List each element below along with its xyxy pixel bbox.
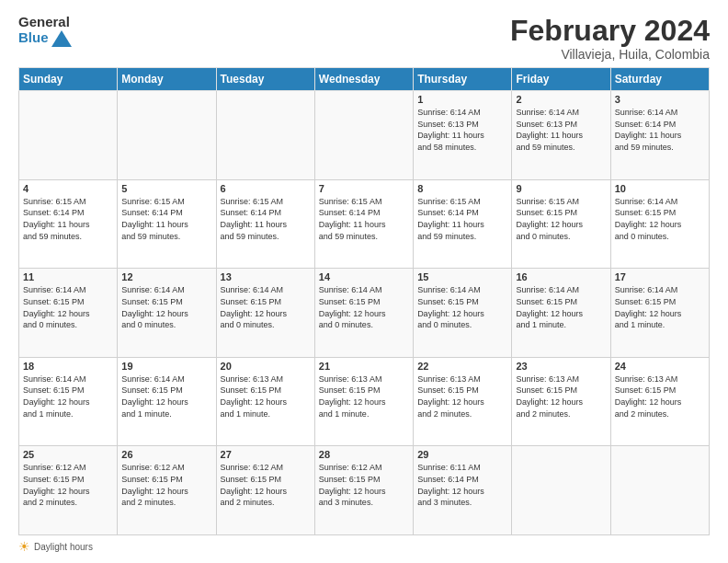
sun-icon: ☀	[18, 539, 30, 554]
day-cell: 24Sunrise: 6:13 AMSunset: 6:15 PMDayligh…	[610, 357, 709, 446]
day-cell	[314, 91, 413, 180]
day-number: 20	[221, 361, 311, 372]
logo-blue: Blue	[18, 30, 49, 46]
week-row-2: 4Sunrise: 6:15 AMSunset: 6:14 PMDaylight…	[19, 179, 710, 269]
title-block: February 2024 Villavieja, Huila, Colombi…	[510, 15, 710, 62]
day-number: 16	[516, 271, 606, 282]
day-cell: 6Sunrise: 6:15 AMSunset: 6:14 PMDaylight…	[216, 179, 314, 269]
day-cell: 21Sunrise: 6:13 AMSunset: 6:15 PMDayligh…	[314, 357, 413, 446]
day-cell: 22Sunrise: 6:13 AMSunset: 6:15 PMDayligh…	[414, 357, 512, 446]
day-number: 27	[221, 449, 311, 460]
day-number: 22	[417, 361, 507, 372]
day-cell: 2Sunrise: 6:14 AMSunset: 6:13 PMDaylight…	[512, 91, 610, 180]
day-cell: 8Sunrise: 6:15 AMSunset: 6:14 PMDaylight…	[414, 179, 512, 269]
day-info: Sunrise: 6:13 AMSunset: 6:15 PMDaylight:…	[615, 373, 705, 419]
day-cell: 16Sunrise: 6:14 AMSunset: 6:15 PMDayligh…	[512, 269, 610, 358]
day-number: 4	[23, 183, 113, 194]
day-number: 12	[121, 271, 211, 282]
day-number: 26	[121, 449, 211, 460]
day-cell	[512, 446, 610, 535]
day-info: Sunrise: 6:15 AMSunset: 6:14 PMDaylight:…	[319, 196, 409, 242]
day-info: Sunrise: 6:14 AMSunset: 6:15 PMDaylight:…	[417, 284, 507, 330]
day-info: Sunrise: 6:13 AMSunset: 6:15 PMDaylight:…	[319, 373, 409, 419]
col-wednesday: Wednesday	[314, 68, 413, 91]
day-number: 18	[23, 361, 113, 372]
day-cell: 9Sunrise: 6:15 AMSunset: 6:15 PMDaylight…	[512, 179, 610, 269]
day-info: Sunrise: 6:14 AMSunset: 6:15 PMDaylight:…	[121, 284, 211, 330]
col-tuesday: Tuesday	[216, 68, 314, 91]
day-number: 23	[516, 361, 606, 372]
day-cell: 20Sunrise: 6:13 AMSunset: 6:15 PMDayligh…	[216, 357, 314, 446]
day-cell: 13Sunrise: 6:14 AMSunset: 6:15 PMDayligh…	[216, 269, 314, 358]
day-info: Sunrise: 6:15 AMSunset: 6:14 PMDaylight:…	[221, 196, 311, 242]
daylight-label: Daylight hours	[34, 542, 93, 552]
week-row-3: 11Sunrise: 6:14 AMSunset: 6:15 PMDayligh…	[19, 269, 710, 358]
day-number: 15	[417, 271, 507, 282]
day-info: Sunrise: 6:15 AMSunset: 6:15 PMDaylight:…	[516, 196, 606, 242]
day-cell: 25Sunrise: 6:12 AMSunset: 6:15 PMDayligh…	[19, 446, 118, 535]
day-info: Sunrise: 6:14 AMSunset: 6:15 PMDaylight:…	[23, 284, 113, 330]
day-info: Sunrise: 6:14 AMSunset: 6:13 PMDaylight:…	[516, 107, 606, 153]
day-number: 28	[319, 449, 409, 460]
day-cell: 14Sunrise: 6:14 AMSunset: 6:15 PMDayligh…	[314, 269, 413, 358]
svg-marker-0	[51, 30, 72, 47]
main-title: February 2024	[510, 15, 710, 47]
day-info: Sunrise: 6:14 AMSunset: 6:15 PMDaylight:…	[615, 284, 705, 330]
day-number: 6	[221, 183, 311, 194]
day-number: 7	[319, 183, 409, 194]
day-number: 14	[319, 271, 409, 282]
day-cell: 15Sunrise: 6:14 AMSunset: 6:15 PMDayligh…	[414, 269, 512, 358]
day-number: 25	[23, 449, 113, 460]
day-cell	[118, 91, 216, 180]
day-info: Sunrise: 6:14 AMSunset: 6:15 PMDaylight:…	[516, 284, 606, 330]
day-number: 13	[221, 271, 311, 282]
day-number: 21	[319, 361, 409, 372]
day-number: 5	[121, 183, 211, 194]
day-info: Sunrise: 6:12 AMSunset: 6:15 PMDaylight:…	[221, 462, 311, 508]
day-cell: 4Sunrise: 6:15 AMSunset: 6:14 PMDaylight…	[19, 179, 118, 269]
day-cell: 3Sunrise: 6:14 AMSunset: 6:14 PMDaylight…	[610, 91, 709, 180]
day-info: Sunrise: 6:14 AMSunset: 6:14 PMDaylight:…	[615, 107, 705, 153]
day-cell: 5Sunrise: 6:15 AMSunset: 6:14 PMDaylight…	[118, 179, 216, 269]
day-info: Sunrise: 6:11 AMSunset: 6:14 PMDaylight:…	[417, 462, 507, 508]
day-cell: 12Sunrise: 6:14 AMSunset: 6:15 PMDayligh…	[118, 269, 216, 358]
logo-general: General	[18, 15, 70, 30]
day-info: Sunrise: 6:12 AMSunset: 6:15 PMDaylight:…	[319, 462, 409, 508]
day-cell: 10Sunrise: 6:14 AMSunset: 6:15 PMDayligh…	[610, 179, 709, 269]
day-info: Sunrise: 6:14 AMSunset: 6:15 PMDaylight:…	[121, 373, 211, 419]
day-cell: 19Sunrise: 6:14 AMSunset: 6:15 PMDayligh…	[118, 357, 216, 446]
day-cell: 18Sunrise: 6:14 AMSunset: 6:15 PMDayligh…	[19, 357, 118, 446]
day-number: 11	[23, 271, 113, 282]
calendar-table: Sunday Monday Tuesday Wednesday Thursday…	[18, 67, 710, 535]
day-info: Sunrise: 6:14 AMSunset: 6:15 PMDaylight:…	[615, 196, 705, 242]
day-number: 1	[417, 94, 507, 105]
day-info: Sunrise: 6:14 AMSunset: 6:15 PMDaylight:…	[23, 373, 113, 419]
day-number: 8	[417, 183, 507, 194]
day-info: Sunrise: 6:13 AMSunset: 6:15 PMDaylight:…	[516, 373, 606, 419]
day-number: 17	[615, 271, 705, 282]
day-info: Sunrise: 6:14 AMSunset: 6:13 PMDaylight:…	[417, 107, 507, 153]
day-cell: 1Sunrise: 6:14 AMSunset: 6:13 PMDaylight…	[414, 91, 512, 180]
col-thursday: Thursday	[414, 68, 512, 91]
day-cell: 26Sunrise: 6:12 AMSunset: 6:15 PMDayligh…	[118, 446, 216, 535]
day-info: Sunrise: 6:12 AMSunset: 6:15 PMDaylight:…	[121, 462, 211, 508]
col-monday: Monday	[118, 68, 216, 91]
day-info: Sunrise: 6:14 AMSunset: 6:15 PMDaylight:…	[221, 284, 311, 330]
day-number: 24	[615, 361, 705, 372]
day-cell: 27Sunrise: 6:12 AMSunset: 6:15 PMDayligh…	[216, 446, 314, 535]
day-cell: 29Sunrise: 6:11 AMSunset: 6:14 PMDayligh…	[414, 446, 512, 535]
day-cell	[610, 446, 709, 535]
week-row-1: 1Sunrise: 6:14 AMSunset: 6:13 PMDaylight…	[19, 91, 710, 180]
day-number: 19	[121, 361, 211, 372]
subtitle: Villavieja, Huila, Colombia	[510, 47, 710, 62]
day-cell	[216, 91, 314, 180]
day-info: Sunrise: 6:15 AMSunset: 6:14 PMDaylight:…	[121, 196, 211, 242]
logo: General Blue	[18, 15, 72, 47]
day-info: Sunrise: 6:14 AMSunset: 6:15 PMDaylight:…	[319, 284, 409, 330]
day-number: 3	[615, 94, 705, 105]
week-row-5: 25Sunrise: 6:12 AMSunset: 6:15 PMDayligh…	[19, 446, 710, 535]
day-cell: 7Sunrise: 6:15 AMSunset: 6:14 PMDaylight…	[314, 179, 413, 269]
day-number: 2	[516, 94, 606, 105]
day-cell: 11Sunrise: 6:14 AMSunset: 6:15 PMDayligh…	[19, 269, 118, 358]
day-info: Sunrise: 6:13 AMSunset: 6:15 PMDaylight:…	[417, 373, 507, 419]
